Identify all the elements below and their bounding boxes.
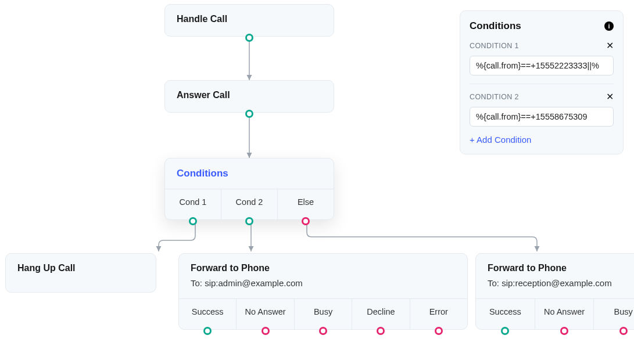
outcome-label: Error — [429, 307, 448, 316]
node-subtitle: To: sip:reception@example.com — [476, 278, 634, 298]
port-no-answer[interactable] — [262, 327, 270, 335]
condition-2-label: CONDITION 2 — [470, 93, 519, 101]
branch-cond-1[interactable]: Cond 1 — [165, 189, 221, 219]
node-title: Conditions — [165, 158, 334, 189]
port-else[interactable] — [302, 217, 310, 225]
port-error[interactable] — [435, 327, 443, 335]
outcome-decline[interactable]: Decline — [352, 299, 410, 329]
outcome-busy[interactable]: Busy — [295, 299, 352, 329]
branch-else[interactable]: Else — [278, 189, 334, 219]
port-out[interactable] — [245, 34, 253, 42]
info-icon[interactable]: i — [604, 21, 614, 31]
node-title: Handle Call — [165, 5, 334, 29]
port-busy[interactable] — [319, 327, 327, 335]
port-decline[interactable] — [377, 327, 385, 335]
node-conditions[interactable]: Conditions Cond 1 Cond 2 Else — [164, 158, 334, 220]
remove-condition-2[interactable]: ✕ — [606, 91, 614, 102]
remove-condition-1[interactable]: ✕ — [606, 40, 614, 51]
add-condition-link[interactable]: + Add Condition — [470, 135, 614, 145]
outcome-success[interactable]: Success — [476, 299, 535, 329]
node-handle-call[interactable]: Handle Call — [164, 4, 334, 37]
outcome-label: Success — [192, 307, 224, 316]
port-no-answer[interactable] — [560, 327, 568, 335]
divider — [470, 84, 614, 84]
port-success[interactable] — [501, 327, 509, 335]
node-hang-up-call[interactable]: Hang Up Call — [5, 253, 156, 293]
node-forward-phone-1[interactable]: Forward to Phone To: sip:admin@example.c… — [178, 253, 468, 330]
node-title: Hang Up Call — [6, 254, 156, 283]
node-forward-phone-2[interactable]: Forward to Phone To: sip:reception@examp… — [475, 253, 634, 330]
panel-title: Conditions — [470, 20, 521, 32]
node-title: Forward to Phone — [476, 254, 634, 278]
outcome-success[interactable]: Success — [179, 299, 237, 329]
condition-1-label: CONDITION 1 — [470, 42, 519, 50]
node-answer-call[interactable]: Answer Call — [164, 80, 334, 113]
outcome-label: Success — [489, 307, 521, 316]
outcome-label: No Answer — [544, 307, 585, 316]
port-cond-2[interactable] — [245, 217, 253, 225]
outcome-label: Decline — [367, 307, 395, 316]
node-title: Answer Call — [165, 81, 334, 105]
port-success[interactable] — [203, 327, 212, 335]
branch-cond-2[interactable]: Cond 2 — [221, 189, 278, 219]
condition-2-input[interactable] — [470, 107, 614, 127]
port-cond-1[interactable] — [189, 217, 197, 225]
outcome-label: Busy — [314, 307, 332, 316]
outcome-label: No Answer — [245, 307, 286, 316]
branch-label: Cond 1 — [180, 197, 207, 207]
node-title: Forward to Phone — [179, 254, 467, 278]
branch-label: Cond 2 — [236, 197, 263, 207]
outcome-no-answer[interactable]: No Answer — [535, 299, 594, 329]
port-busy[interactable] — [619, 327, 628, 335]
node-subtitle: To: sip:admin@example.com — [179, 278, 467, 298]
conditions-panel: Conditions i CONDITION 1 ✕ CONDITION 2 ✕… — [460, 10, 624, 154]
outcome-error[interactable]: Error — [410, 299, 467, 329]
outcome-label: Busy — [614, 307, 633, 316]
port-out[interactable] — [245, 110, 253, 118]
outcome-busy[interactable]: Busy — [594, 299, 634, 329]
condition-1-input[interactable] — [470, 56, 614, 75]
outcome-no-answer[interactable]: No Answer — [237, 299, 294, 329]
branch-label: Else — [298, 197, 314, 207]
